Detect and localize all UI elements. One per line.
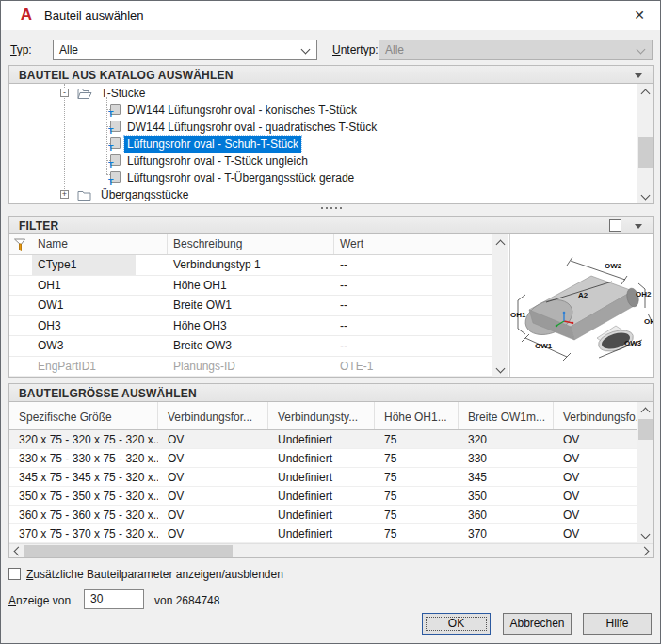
filter-section-header[interactable]: FILTER [8, 216, 654, 234]
size-row[interactable]: 345 x 75 - 345 x 75 - 320 x... OV Undefi… [9, 468, 653, 487]
size-cell[interactable]: 370 [459, 524, 554, 542]
filter-row[interactable]: OH3 Höhe OH3 -- [9, 316, 508, 337]
filter-cell-value[interactable]: -- [334, 296, 493, 315]
scroll-up-icon[interactable] [637, 84, 653, 100]
help-button[interactable]: Hilfe [583, 613, 652, 635]
scroll-down-icon[interactable] [637, 527, 653, 543]
splitter-handle[interactable] [8, 204, 654, 212]
close-icon[interactable]: ✕ [619, 1, 660, 30]
size-cell[interactable]: 75 [375, 506, 459, 523]
filter-cell-name[interactable]: OH1 [32, 276, 168, 296]
col-hoehe-oh1[interactable]: Höhe OH1... [375, 402, 459, 429]
size-cell[interactable]: OV [554, 506, 639, 523]
size-cell[interactable]: 75 [375, 487, 459, 505]
size-cell[interactable]: OV [554, 524, 639, 542]
col-verbindungsform-2[interactable]: Verbindungsfo... [554, 402, 639, 429]
scroll-right-icon[interactable] [639, 544, 653, 558]
size-cell[interactable]: OV [158, 506, 268, 523]
cancel-button[interactable]: Abbrechen [503, 613, 572, 635]
sizes-section-header[interactable]: BAUTEILGRÖSSE AUSWÄHLEN [8, 383, 654, 402]
sizes-v-scrollbar[interactable] [637, 402, 653, 543]
extra-params-checkbox[interactable] [8, 568, 21, 580]
scrollbar-thumb[interactable] [24, 545, 233, 557]
size-cell[interactable]: OV [554, 487, 639, 505]
size-cell[interactable]: Undefiniert [268, 468, 375, 486]
size-cell[interactable]: 360 [459, 506, 554, 523]
filter-cell-value[interactable]: -- [334, 276, 493, 296]
size-cell[interactable]: 330 x 75 - 330 x 75 - 320 x... [9, 449, 158, 467]
filter-row[interactable]: OW3 Breite OW3 -- [9, 336, 508, 357]
size-row[interactable]: 360 x 75 - 360 x 75 - 320 x... OV Undefi… [9, 506, 653, 524]
ok-button[interactable]: OK [422, 613, 491, 635]
size-cell[interactable]: 75 [375, 430, 459, 448]
size-cell[interactable]: OV [158, 449, 268, 467]
size-row[interactable]: 350 x 75 - 350 x 75 - 320 x... OV Undefi… [9, 487, 653, 506]
scrollbar-thumb[interactable] [638, 137, 653, 168]
scroll-down-icon[interactable] [637, 188, 653, 204]
size-cell[interactable]: 345 x 75 - 345 x 75 - 320 x... [9, 468, 158, 486]
size-cell[interactable]: OV [554, 468, 639, 486]
size-cell[interactable]: OV [158, 487, 268, 505]
scroll-up-icon[interactable] [637, 402, 653, 418]
filter-row[interactable]: OW1 Breite OW1 -- [9, 296, 508, 316]
filter-row[interactable]: CType1 Verbindungstyp 1 -- [9, 255, 508, 276]
size-row-selected[interactable]: 320 x 75 - 320 x 75 - 320 x... OV Undefi… [9, 430, 653, 449]
size-cell[interactable]: Undefiniert [268, 524, 375, 542]
scrollbar-thumb[interactable] [638, 419, 653, 440]
size-cell[interactable]: 75 [375, 468, 459, 486]
collapse-chevron-icon[interactable] [635, 73, 642, 78]
size-cell[interactable]: OV [158, 524, 268, 542]
size-cell[interactable]: 345 [459, 468, 554, 486]
collapse-chevron-icon[interactable] [635, 224, 642, 229]
filter-table[interactable]: Name Beschreibung Wert CType1 Verbindung… [9, 234, 508, 378]
catalog-tree[interactable]: - T-Stücke T DW144 Lüftungsrohr oval - k… [8, 84, 654, 204]
col-breite-ow1[interactable]: Breite OW1m... [459, 402, 554, 429]
tree-scrollbar[interactable] [637, 84, 653, 204]
size-cell[interactable]: OV [554, 449, 639, 467]
filter-checkbox[interactable] [609, 219, 621, 232]
size-cell[interactable]: Undefiniert [268, 487, 375, 505]
filter-row[interactable]: OH1 Höhe OH1 -- [9, 276, 508, 297]
size-cell[interactable]: Undefiniert [268, 506, 375, 523]
filter-cell-name[interactable]: OW3 [32, 336, 168, 356]
size-cell[interactable]: 75 [375, 449, 459, 467]
col-verbindungsform[interactable]: Verbindungsfor... [158, 402, 268, 429]
extra-params-label[interactable]: Zusätzliche Bauteilparameter anzeigen/au… [26, 568, 283, 581]
size-cell[interactable]: OV [554, 430, 639, 448]
filter-cell-value[interactable]: -- [334, 316, 493, 336]
col-verbindungstyp[interactable]: Verbindungsty... [268, 402, 375, 429]
filter-cell-name[interactable]: CType1 [32, 255, 136, 275]
count-input[interactable]: 30 [84, 589, 144, 609]
size-cell[interactable]: OV [158, 430, 268, 448]
size-cell[interactable]: 330 [459, 449, 554, 467]
size-cell[interactable]: Undefiniert [268, 449, 375, 467]
tree-expand-icon[interactable]: + [60, 190, 69, 199]
filter-col-beschreibung[interactable]: Beschreibung [168, 234, 334, 254]
filter-cell-value[interactable]: -- [334, 255, 493, 275]
size-cell[interactable]: 320 x 75 - 320 x 75 - 320 x... [9, 430, 158, 448]
size-cell[interactable]: 360 x 75 - 360 x 75 - 320 x... [9, 506, 158, 523]
size-cell[interactable]: 75 [375, 524, 459, 542]
filter-col-name[interactable]: Name [32, 234, 168, 254]
filter-col-wert[interactable]: Wert [334, 234, 493, 254]
sizes-h-scrollbar[interactable] [9, 543, 653, 557]
size-cell[interactable]: 370 x 75 - 370 x 75 - 320 x... [9, 524, 158, 542]
filter-funnel-icon[interactable] [13, 237, 28, 255]
tree-collapse-icon[interactable]: - [60, 89, 69, 97]
size-cell[interactable]: 320 [459, 430, 554, 448]
sizes-table[interactable]: Spezifische Größe Verbindungsfor... Verb… [8, 402, 654, 558]
catalog-section-header[interactable]: BAUTEIL AUS KATALOG AUSWÄHLEN [8, 65, 654, 84]
scroll-down-icon[interactable] [492, 362, 508, 378]
filter-cell-value[interactable]: -- [334, 336, 493, 356]
filter-cell-name[interactable]: OH3 [32, 316, 168, 336]
size-cell[interactable]: Undefiniert [268, 430, 375, 448]
size-row[interactable]: 370 x 75 - 370 x 75 - 320 x... OV Undefi… [9, 524, 653, 543]
filter-cell-name[interactable]: OW1 [32, 296, 168, 315]
scroll-up-icon[interactable] [492, 234, 508, 250]
col-spezifische-groesse[interactable]: Spezifische Größe [9, 402, 158, 429]
typ-select[interactable]: Alle [53, 40, 317, 60]
filter-scrollbar[interactable] [492, 234, 508, 378]
size-cell[interactable]: OV [158, 468, 268, 486]
size-row[interactable]: 330 x 75 - 330 x 75 - 320 x... OV Undefi… [9, 449, 653, 468]
scroll-left-icon[interactable] [9, 544, 24, 558]
